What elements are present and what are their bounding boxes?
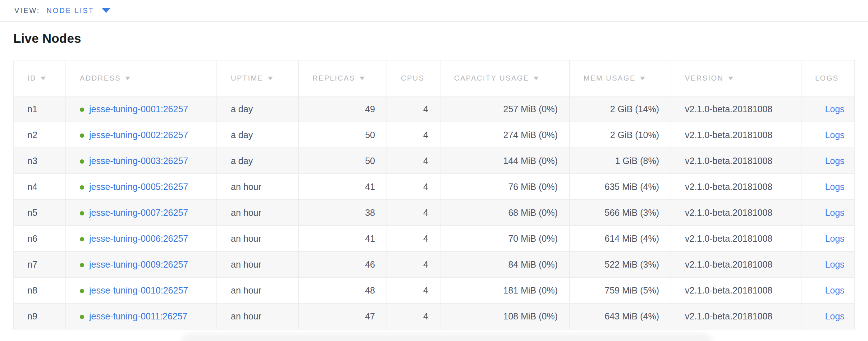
node-capacity-usage-cell: 257 MiB (0%)	[440, 96, 570, 122]
node-address-link[interactable]: jesse-tuning-0001:26257	[89, 104, 188, 114]
node-logs-cell: Logs	[801, 122, 855, 148]
node-cpus-cell: 4	[387, 200, 440, 226]
node-mem-usage-cell: 759 MiB (5%)	[570, 277, 671, 303]
node-cpus-cell: 4	[387, 277, 440, 303]
node-uptime-cell: a day	[217, 96, 298, 122]
node-uptime-cell: an hour	[217, 277, 298, 303]
logs-link[interactable]: Logs	[825, 208, 844, 218]
logs-link[interactable]: Logs	[825, 311, 844, 321]
node-address-link[interactable]: jesse-tuning-0010:26257	[89, 285, 188, 295]
column-header-uptime[interactable]: UPTIME	[217, 60, 298, 96]
live-status-dot-icon	[80, 315, 84, 319]
table-row: n6 jesse-tuning-0006:26257 an hour 41 4 …	[13, 226, 855, 251]
node-address-link[interactable]: jesse-tuning-0009:26257	[89, 259, 188, 269]
node-address-cell: jesse-tuning-0003:26257	[66, 148, 217, 174]
node-address-link[interactable]: jesse-tuning-0006:26257	[89, 233, 188, 244]
node-uptime-cell: an hour	[217, 303, 298, 329]
node-replicas-cell: 50	[298, 122, 387, 148]
node-id-cell: n2	[13, 122, 66, 148]
node-uptime-cell: an hour	[217, 174, 298, 200]
node-list-dropdown[interactable]: NODE LIST	[46, 6, 110, 15]
node-mem-usage-cell: 2 GiB (14%)	[570, 96, 671, 122]
node-address-link[interactable]: jesse-tuning-0007:26257	[89, 208, 188, 218]
node-replicas-cell: 49	[298, 96, 387, 122]
node-address-cell: jesse-tuning-0001:26257	[66, 96, 217, 122]
logs-link[interactable]: Logs	[825, 285, 844, 295]
node-logs-cell: Logs	[801, 96, 855, 122]
live-status-dot-icon	[80, 211, 84, 215]
node-address-link[interactable]: jesse-tuning-0005:26257	[89, 182, 188, 192]
node-logs-cell: Logs	[801, 174, 855, 200]
node-address-cell: jesse-tuning-0011:26257	[66, 303, 217, 329]
logs-link[interactable]: Logs	[825, 130, 844, 140]
live-nodes-table: ID ADDRESS UPTIME REPLICAS CPUS CAPACITY…	[13, 60, 855, 329]
node-version-cell: v2.1.0-beta.20181008	[671, 174, 801, 200]
live-nodes-table-container: ID ADDRESS UPTIME REPLICAS CPUS CAPACITY…	[13, 60, 855, 329]
node-replicas-cell: 50	[298, 148, 387, 174]
node-replicas-cell: 41	[298, 174, 387, 200]
node-capacity-usage-cell: 108 MiB (0%)	[440, 303, 570, 329]
sort-arrow-icon	[534, 77, 539, 80]
logs-link[interactable]: Logs	[825, 156, 844, 166]
node-mem-usage-cell: 1 GiB (8%)	[570, 148, 671, 174]
node-mem-usage-cell: 635 MiB (4%)	[570, 174, 671, 200]
node-version-cell: v2.1.0-beta.20181008	[671, 96, 801, 122]
node-cpus-cell: 4	[387, 174, 440, 200]
node-mem-usage-cell: 2 GiB (10%)	[570, 122, 671, 148]
node-capacity-usage-cell: 144 MiB (0%)	[440, 148, 570, 174]
table-row: n1 jesse-tuning-0001:26257 a day 49 4 25…	[13, 96, 855, 122]
column-header-version[interactable]: VERSION	[671, 60, 801, 96]
node-version-cell: v2.1.0-beta.20181008	[671, 122, 801, 148]
sort-arrow-icon	[125, 77, 130, 80]
node-cpus-cell: 4	[387, 148, 440, 174]
node-cpus-cell: 4	[387, 226, 440, 251]
node-version-cell: v2.1.0-beta.20181008	[671, 226, 801, 251]
node-replicas-cell: 46	[298, 251, 387, 277]
column-header-id[interactable]: ID	[13, 60, 66, 96]
table-row: n8 jesse-tuning-0010:26257 an hour 48 4 …	[13, 277, 855, 303]
column-header-capacity-usage[interactable]: CAPACITY USAGE	[440, 60, 570, 96]
below-fold-ghost	[182, 333, 712, 341]
node-address-link[interactable]: jesse-tuning-0003:26257	[89, 156, 188, 166]
node-id-cell: n4	[13, 174, 66, 200]
logs-link[interactable]: Logs	[825, 233, 844, 244]
node-address-link[interactable]: jesse-tuning-0011:26257	[89, 311, 187, 321]
table-header-row: ID ADDRESS UPTIME REPLICAS CPUS CAPACITY…	[13, 60, 855, 96]
node-id-cell: n1	[13, 96, 66, 122]
node-capacity-usage-cell: 68 MiB (0%)	[440, 200, 570, 226]
node-id-cell: n5	[13, 200, 66, 226]
logs-link[interactable]: Logs	[825, 259, 844, 269]
node-cpus-cell: 4	[387, 122, 440, 148]
node-replicas-cell: 38	[298, 200, 387, 226]
column-header-replicas[interactable]: REPLICAS	[298, 60, 387, 96]
table-row: n9 jesse-tuning-0011:26257 an hour 47 4 …	[13, 303, 855, 329]
logs-link[interactable]: Logs	[825, 182, 844, 192]
node-logs-cell: Logs	[801, 148, 855, 174]
node-replicas-cell: 47	[298, 303, 387, 329]
column-header-address[interactable]: ADDRESS	[66, 60, 217, 96]
node-uptime-cell: an hour	[217, 226, 298, 251]
node-mem-usage-cell: 566 MiB (3%)	[570, 200, 671, 226]
node-logs-cell: Logs	[801, 226, 855, 251]
node-address-cell: jesse-tuning-0006:26257	[66, 226, 217, 251]
node-id-cell: n8	[13, 277, 66, 303]
node-address-cell: jesse-tuning-0002:26257	[66, 122, 217, 148]
sort-arrow-icon	[268, 77, 273, 80]
table-row: n3 jesse-tuning-0003:26257 a day 50 4 14…	[13, 148, 855, 174]
node-address-link[interactable]: jesse-tuning-0002:26257	[89, 130, 188, 140]
node-id-cell: n7	[13, 251, 66, 277]
node-address-cell: jesse-tuning-0009:26257	[66, 251, 217, 277]
node-logs-cell: Logs	[801, 277, 855, 303]
node-version-cell: v2.1.0-beta.20181008	[671, 303, 801, 329]
node-address-cell: jesse-tuning-0005:26257	[66, 174, 217, 200]
node-uptime-cell: a day	[217, 148, 298, 174]
node-capacity-usage-cell: 274 MiB (0%)	[440, 122, 570, 148]
sort-arrow-icon	[640, 77, 645, 80]
node-uptime-cell: an hour	[217, 200, 298, 226]
table-row: n7 jesse-tuning-0009:26257 an hour 46 4 …	[13, 251, 855, 277]
node-logs-cell: Logs	[801, 200, 855, 226]
node-mem-usage-cell: 614 MiB (4%)	[570, 226, 671, 251]
logs-link[interactable]: Logs	[825, 104, 844, 114]
column-header-mem-usage[interactable]: MEM USAGE	[570, 60, 671, 96]
node-cpus-cell: 4	[387, 251, 440, 277]
